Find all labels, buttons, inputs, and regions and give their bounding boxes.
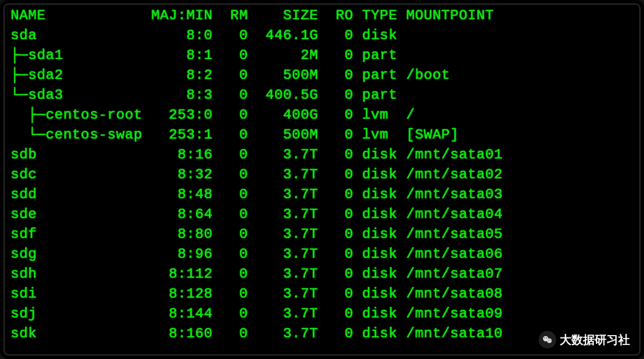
- svg-point-4: [548, 340, 549, 340]
- lsblk-output: NAME MAJ:MIN RM SIZE RO TYPE MOUNTPOINT …: [4, 4, 640, 344]
- svg-point-3: [546, 337, 547, 339]
- svg-point-2: [544, 337, 546, 339]
- wechat-icon: [539, 331, 556, 348]
- svg-point-1: [547, 339, 551, 343]
- watermark: 大数据研习社: [539, 331, 630, 348]
- watermark-text: 大数据研习社: [560, 332, 630, 348]
- svg-point-5: [550, 340, 550, 340]
- terminal-window: NAME MAJ:MIN RM SIZE RO TYPE MOUNTPOINT …: [0, 0, 644, 359]
